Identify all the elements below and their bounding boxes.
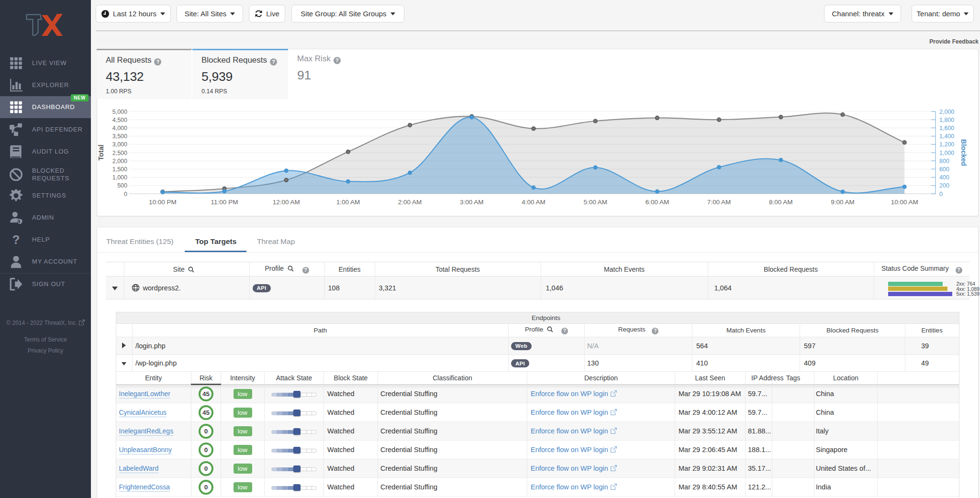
svg-text:600: 600: [939, 166, 949, 173]
svg-text:5,000: 5,000: [112, 109, 127, 115]
svg-text:Blocked: Blocked: [960, 139, 968, 166]
svg-text:4,500: 4,500: [112, 117, 127, 123]
svg-text:3:00 AM: 3:00 AM: [460, 199, 484, 206]
svg-text:1,000: 1,000: [939, 150, 954, 156]
svg-text:1,400: 1,400: [939, 133, 954, 140]
svg-text:2,000: 2,000: [112, 158, 127, 165]
svg-text:1,000: 1,000: [112, 174, 127, 181]
svg-text:10:00 PM: 10:00 PM: [149, 199, 177, 206]
svg-text:9:00 AM: 9:00 AM: [831, 199, 855, 206]
svg-text:200: 200: [939, 182, 949, 189]
svg-text:12:00 AM: 12:00 AM: [273, 199, 300, 206]
svg-text:1,800: 1,800: [939, 117, 954, 123]
svg-text:4:00 AM: 4:00 AM: [522, 199, 546, 206]
svg-text:8:00 AM: 8:00 AM: [769, 199, 793, 206]
svg-text:0: 0: [124, 191, 127, 198]
svg-text:3,500: 3,500: [112, 133, 127, 140]
svg-text:11:00 PM: 11:00 PM: [211, 199, 238, 206]
svg-text:500: 500: [117, 182, 127, 189]
svg-text:2,500: 2,500: [112, 150, 127, 156]
svg-text:3,000: 3,000: [112, 141, 127, 148]
svg-text:6:00 AM: 6:00 AM: [646, 199, 669, 206]
svg-text:0: 0: [939, 191, 943, 198]
svg-text:800: 800: [939, 158, 949, 165]
svg-text:10:00 AM: 10:00 AM: [891, 199, 918, 206]
svg-text:1,500: 1,500: [112, 166, 127, 173]
svg-text:2,000: 2,000: [939, 109, 954, 115]
svg-text:7:00 AM: 7:00 AM: [707, 199, 731, 206]
svg-text:2:00 AM: 2:00 AM: [398, 199, 422, 206]
svg-text:5:00 AM: 5:00 AM: [583, 199, 607, 206]
svg-text:400: 400: [939, 174, 949, 181]
svg-text:1,200: 1,200: [939, 141, 954, 148]
svg-text:1:00 AM: 1:00 AM: [336, 199, 360, 206]
svg-text:4,000: 4,000: [112, 125, 127, 132]
svg-text:Total: Total: [97, 144, 105, 161]
svg-text:1,600: 1,600: [939, 125, 954, 132]
